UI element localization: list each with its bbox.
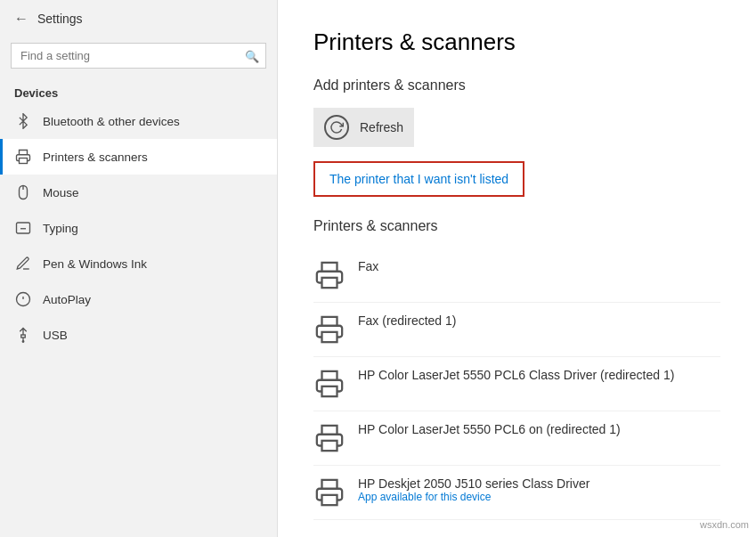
printer-info: HP Color LaserJet 5550 PCL6 Class Driver… [358, 368, 674, 382]
sidebar-header: ← Settings [0, 0, 277, 37]
svg-rect-3 [17, 223, 30, 233]
printer-item[interactable]: Fax [313, 248, 720, 303]
printer-item[interactable]: HP Color LaserJet 5550 PCL6 on (redirect… [313, 411, 720, 466]
sidebar-item-printers[interactable]: Printers & scanners [0, 139, 277, 175]
printer-name: HP Color LaserJet 5550 PCL6 on (redirect… [358, 422, 621, 436]
printer-name: HP Deskjet 2050 J510 series Class Driver [358, 476, 589, 491]
search-icon: 🔍 [245, 49, 259, 62]
not-listed-link[interactable]: The printer that I want isn't listed [313, 161, 524, 197]
svg-rect-16 [322, 332, 337, 342]
bluetooth-icon [14, 112, 32, 130]
printer-item[interactable]: Fax (redirected 1) [313, 303, 720, 357]
printer-sub: App available for this device [358, 491, 589, 503]
printer-item[interactable]: HP Color LaserJet 5550 PCL6 Class Driver… [313, 357, 720, 411]
sidebar-item-label: Pen & Windows Ink [43, 257, 147, 271]
autoplay-icon [14, 290, 32, 308]
add-section-title: Add printers & scanners [313, 77, 720, 94]
watermark: wsxdn.com [700, 519, 749, 530]
mouse-icon [14, 183, 32, 201]
sidebar-item-pen[interactable]: Pen & Windows Ink [0, 246, 277, 281]
sidebar-item-usb[interactable]: USB [0, 317, 277, 353]
svg-rect-18 [322, 441, 337, 451]
svg-rect-0 [20, 159, 28, 164]
printer-icon [14, 148, 32, 166]
printers-section-title: Printers & scanners [313, 218, 720, 234]
printer-device-icon [313, 259, 345, 291]
refresh-label: Refresh [360, 120, 403, 134]
main-content: Printers & scanners Add printers & scann… [278, 0, 756, 537]
svg-rect-12 [21, 335, 26, 338]
printer-info: Fax [358, 259, 378, 273]
sidebar-item-label: Printers & scanners [43, 151, 148, 164]
back-button[interactable]: ← [14, 11, 28, 27]
sidebar-section-label: Devices [0, 79, 277, 103]
svg-rect-19 [322, 495, 337, 505]
usb-icon [14, 326, 32, 344]
printer-device-icon [313, 422, 345, 454]
sidebar-item-bluetooth[interactable]: Bluetooth & other devices [0, 103, 277, 139]
printer-device-icon [313, 368, 345, 400]
printer-item[interactable]: HP Deskjet 2050 J510 series Class Driver… [313, 466, 720, 520]
sidebar-item-label: Bluetooth & other devices [43, 115, 180, 128]
svg-rect-17 [322, 386, 337, 396]
search-input[interactable] [11, 43, 266, 69]
page-title: Printers & scanners [313, 28, 720, 56]
printers-list: Fax Fax (redirected 1) [313, 248, 720, 520]
printer-info: Fax (redirected 1) [358, 313, 456, 328]
sidebar-item-autoplay[interactable]: AutoPlay [0, 281, 277, 317]
pen-icon [14, 255, 32, 273]
printer-info: HP Deskjet 2050 J510 series Class Driver… [358, 476, 589, 503]
search-container: 🔍 [11, 43, 266, 69]
svg-point-14 [22, 341, 24, 343]
sidebar-item-label: USB [43, 329, 68, 342]
sidebar-title: Settings [37, 12, 83, 26]
sidebar-item-label: Typing [43, 222, 78, 235]
printer-info: HP Color LaserJet 5550 PCL6 on (redirect… [358, 422, 621, 436]
typing-icon [14, 219, 32, 237]
sidebar-item-label: AutoPlay [43, 293, 91, 306]
svg-rect-15 [322, 278, 337, 288]
refresh-icon [324, 115, 349, 140]
printer-name: Fax [358, 259, 378, 273]
printer-device-icon [313, 313, 345, 346]
printer-device-icon [313, 476, 345, 509]
printer-name: Fax (redirected 1) [358, 313, 456, 328]
sidebar-item-typing[interactable]: Typing [0, 210, 277, 246]
printer-name: HP Color LaserJet 5550 PCL6 Class Driver… [358, 368, 674, 382]
sidebar-item-mouse[interactable]: Mouse [0, 175, 277, 210]
refresh-button[interactable]: Refresh [313, 108, 414, 147]
sidebar-item-label: Mouse [43, 186, 79, 199]
sidebar: ← Settings 🔍 Devices Bluetooth & other d… [0, 0, 278, 537]
